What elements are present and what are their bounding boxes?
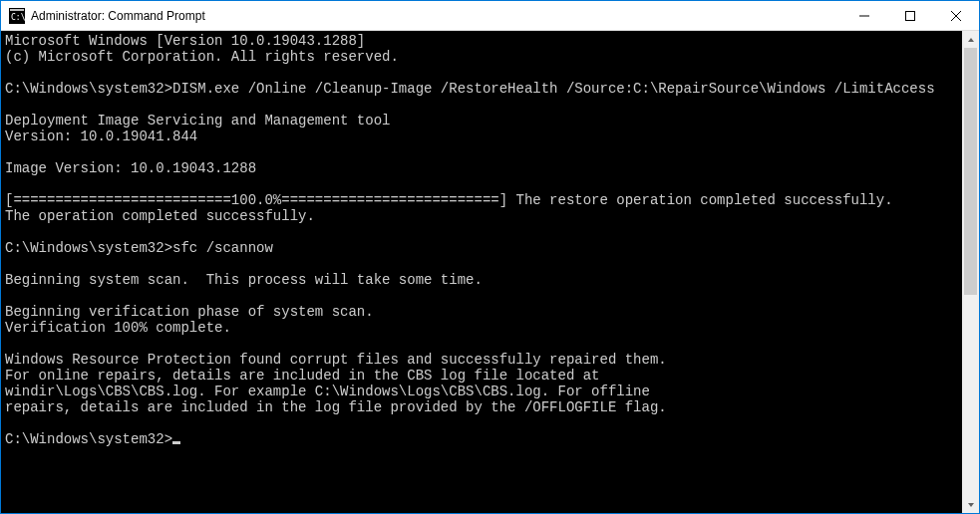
scrollbar-track[interactable] [962, 48, 979, 496]
close-button[interactable] [933, 1, 979, 30]
terminal-line [5, 288, 958, 304]
terminal-line: [==========================100.0%=======… [5, 192, 958, 208]
terminal-line: Beginning verification phase of system s… [5, 304, 958, 320]
terminal-line [5, 256, 958, 272]
terminal-line: repairs, details are included in the log… [5, 399, 958, 415]
titlebar[interactable]: C:\ Administrator: Command Prompt [1, 1, 979, 31]
terminal-line: Windows Resource Protection found corrup… [5, 352, 958, 368]
cmd-icon: C:\ [9, 8, 25, 24]
terminal-line [5, 144, 958, 160]
window-title: Administrator: Command Prompt [31, 9, 841, 23]
terminal-line [5, 65, 958, 81]
terminal-line: Beginning system scan. This process will… [5, 272, 958, 288]
svg-rect-4 [906, 11, 915, 20]
terminal-line [5, 415, 958, 431]
terminal-output[interactable]: Microsoft Windows [Version 10.0.19043.12… [1, 31, 962, 513]
terminal-line: Deployment Image Servicing and Managemen… [5, 113, 958, 128]
minimize-button[interactable] [841, 1, 887, 30]
terminal-line: (c) Microsoft Corporation. All rights re… [5, 49, 958, 65]
terminal-line: C:\Windows\system32>sfc /scannow [5, 240, 958, 256]
terminal-line: Version: 10.0.19041.844 [5, 128, 958, 144]
terminal-line [5, 336, 958, 352]
terminal-line [5, 224, 958, 240]
terminal-line: Verification 100% complete. [5, 320, 958, 336]
terminal-line: windir\Logs\CBS\CBS.log. For example C:\… [5, 384, 958, 399]
window-controls [841, 1, 979, 30]
terminal-cursor [172, 441, 180, 444]
svg-text:C:\: C:\ [11, 13, 25, 22]
terminal-line: The operation completed successfully. [5, 208, 958, 224]
terminal-line: Image Version: 10.0.19043.1288 [5, 160, 958, 176]
scroll-down-button[interactable] [962, 496, 979, 513]
terminal-line: C:\Windows\system32>DISM.exe /Online /Cl… [5, 81, 958, 97]
terminal-prompt-line[interactable]: C:\Windows\system32> [5, 431, 958, 447]
terminal-prompt: C:\Windows\system32> [5, 431, 172, 447]
terminal-line [5, 176, 958, 192]
maximize-button[interactable] [887, 1, 933, 30]
scroll-up-button[interactable] [962, 31, 979, 48]
scrollbar-thumb[interactable] [964, 48, 977, 295]
svg-rect-1 [10, 9, 24, 11]
terminal-line [5, 97, 958, 113]
terminal-line: Microsoft Windows [Version 10.0.19043.12… [5, 33, 958, 49]
terminal-container: Microsoft Windows [Version 10.0.19043.12… [1, 31, 979, 513]
vertical-scrollbar[interactable] [962, 31, 979, 513]
terminal-line: For online repairs, details are included… [5, 368, 958, 384]
